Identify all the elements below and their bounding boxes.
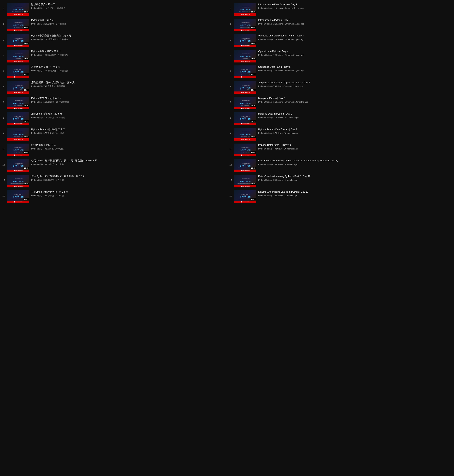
item-number: 2 bbox=[229, 19, 232, 25]
list-item[interactable]: 5DATA SCIENCEusing⊕PYTHONSequence Data P… bbox=[1, 64, 226, 80]
thumbnail-wrapper[interactable]: DATA SCIENCEusing⊕PYTHONData Visualisati… bbox=[7, 175, 29, 187]
list-item[interactable]: 12DATA SCIENCEusing⊕PYTHONData Visualisa… bbox=[228, 173, 453, 189]
item-meta: Python Coding · 3.2K views · 9 months ag… bbox=[258, 179, 452, 181]
item-number: 2 bbox=[2, 19, 5, 25]
list-item[interactable]: 7DATA SCIENCEusing⊕PYTHONNumpy in Python… bbox=[228, 95, 453, 111]
thumbnail-wrapper[interactable]: DATA SCIENCEusing⊕PYTHONPython DataFrame… bbox=[234, 128, 256, 141]
item-info: Dealing with Missing values in Python | … bbox=[258, 190, 452, 197]
thumbnail-wrapper[interactable]: DATA SCIENCEusing⊕PYTHONDay 1 - Introduc… bbox=[7, 3, 29, 16]
thumb-python-label: ⊕PYTHON bbox=[13, 24, 24, 27]
list-item[interactable]: 2DATA SCIENCEusing⊕PYTHONDay 2 Introduct… bbox=[1, 17, 226, 33]
thumbnail-wrapper[interactable]: DATA SCIENCEusing⊕PYTHONDay 1 - Introduc… bbox=[234, 3, 256, 16]
thumbnail-wrapper[interactable]: DATA SCIENCEusing⊕PYTHONSequence Data Pa… bbox=[7, 66, 29, 78]
list-item[interactable]: 8DATA SCIENCEusing⊕PYTHONReading Data - … bbox=[1, 111, 226, 126]
list-item[interactable]: 11DATA SCIENCEusing⊕PYTHONData Visualisa… bbox=[1, 158, 226, 173]
item-title: Data Visualisation using Python - Part 2… bbox=[258, 175, 452, 178]
list-item[interactable]: 11DATA SCIENCEusing⊕PYTHONData Visualisa… bbox=[228, 158, 453, 173]
thumbnail-wrapper[interactable]: DATA SCIENCEusing⊕PYTHONDay - 3 Variable… bbox=[234, 34, 256, 47]
item-info: Python 中的运算符 - 第 4 天Python编码 · 1.3K 观看次数… bbox=[31, 50, 225, 57]
thumbnail-wrapper[interactable]: DATA SCIENCEusing⊕PYTHONDay - 4 Operator… bbox=[234, 50, 256, 62]
thumbnail-wrapper[interactable]: DATA SCIENCEusing⊕PYTHONPython DataFrame… bbox=[7, 143, 29, 156]
list-item[interactable]: 10DATA SCIENCEusing⊕PYTHONPython DataFra… bbox=[228, 142, 453, 158]
item-meta: Python Coding · 763 views · Streamed 1 y… bbox=[258, 85, 452, 88]
item-number: 8 bbox=[229, 112, 232, 119]
thumbnail-wrapper[interactable]: DATA SCIENCEusing⊕PYTHONSequence Data Pa… bbox=[234, 81, 256, 94]
thumbnail-wrapper[interactable]: DATA SCIENCEusing⊕PYTHONPython DataFrame… bbox=[234, 143, 256, 156]
list-item[interactable]: 1DATA SCIENCEusing⊕PYTHONDay 1 - Introdu… bbox=[228, 1, 453, 17]
thumbnail-wrapper[interactable]: DATA SCIENCEusing⊕PYTHONData Visualisati… bbox=[7, 159, 29, 172]
thumb-python-label: ⊕PYTHON bbox=[240, 102, 251, 105]
list-item[interactable]: 7DATA SCIENCEusing⊕PYTHONNumpy in Python… bbox=[1, 95, 226, 111]
item-meta: Python编码 · 763 次观看 · 1 年前播放 bbox=[31, 85, 225, 88]
list-item[interactable]: 13DATA SCIENCEusing⊕PYTHONDealing with M… bbox=[228, 189, 453, 205]
item-title: Operators in Python - Day 4 bbox=[258, 50, 452, 53]
list-item[interactable]: 9DATA SCIENCEusing⊕PYTHONPython DataFram… bbox=[228, 126, 453, 142]
list-item[interactable]: 6DATA SCIENCEusing⊕PYTHONSequence Data P… bbox=[228, 80, 453, 95]
thumbnail-wrapper[interactable]: DATA SCIENCEusing⊕PYTHONDay - 4 Operator… bbox=[7, 50, 29, 62]
item-number: 3 bbox=[229, 34, 232, 41]
thumb-day-label: Day - 4 Operators bbox=[15, 58, 21, 59]
list-item[interactable]: 2DATA SCIENCEusing⊕PYTHONDay - 2 Introdu… bbox=[228, 17, 453, 33]
thumbnail-wrapper[interactable]: DATA SCIENCEusing⊕PYTHONDealing with Mis… bbox=[7, 190, 29, 203]
item-title: Introduction to Data Science - Day 1 bbox=[258, 3, 452, 6]
list-item[interactable]: 8DATA SCIENCEusing⊕PYTHONReading Data - … bbox=[228, 111, 453, 126]
item-title: 使用 Python 进行数据可视化 - 第 11 天 | 散点图| Matplo… bbox=[31, 159, 225, 162]
thumb-day-label: Day - 2 Introduction to Python bbox=[240, 27, 250, 28]
thumbnail-wrapper[interactable]: DATA SCIENCEusing⊕PYTHONSequence Data Pa… bbox=[234, 66, 256, 78]
item-title: Python 中的 Numpy | 第 7 天 bbox=[31, 97, 225, 100]
thumb-python-label: ⊕PYTHON bbox=[13, 134, 24, 136]
thumb-day-label: Day 1 - Introduction to Data Science bbox=[239, 11, 251, 12]
thumbnail-wrapper[interactable]: DATA SCIENCEusing⊕PYTHONSequence Data Pa… bbox=[7, 81, 29, 94]
thumb-python-label: ⊕PYTHON bbox=[13, 71, 24, 74]
thumbnail-wrapper[interactable]: DATA SCIENCEusing⊕PYTHONPython DataFrame… bbox=[7, 128, 29, 141]
item-number: 9 bbox=[229, 128, 232, 135]
thumbnail-wrapper[interactable]: DATA SCIENCEusing⊕PYTHONDealing with Mis… bbox=[234, 190, 256, 203]
thumb-python-label: ⊕PYTHON bbox=[13, 118, 24, 120]
thumbnail-wrapper[interactable]: DATA SCIENCEusing⊕PYTHONDay 2 Introducti… bbox=[7, 19, 29, 31]
thumb-day-label: Sequence Data Part 1 - Day 5 bbox=[240, 74, 250, 75]
item-title: 在 Python 中处理缺失值 | 第 13 天 bbox=[31, 190, 225, 193]
thumb-day-label: Dealing with Missing values in Python | … bbox=[11, 199, 26, 200]
thumbnail-wrapper[interactable]: DATA SCIENCEusing⊕PYTHONReading Data - D… bbox=[7, 112, 29, 125]
thumb-day-label: Python DataFrames II - Day 10 bbox=[240, 152, 250, 153]
item-meta: Python编码 · 1.3K 观看次数 · 1 年前播放 bbox=[31, 69, 225, 72]
list-item[interactable]: 3DATA SCIENCEusing⊕PYTHONDay - 3 Variabl… bbox=[228, 33, 453, 48]
item-title: Reading Data in Python - Day 8 bbox=[258, 112, 452, 115]
list-item[interactable]: 9DATA SCIENCEusing⊕PYTHONPython DataFram… bbox=[1, 126, 226, 142]
thumb-day-label: Data Visualisation using Python - Day 11 bbox=[12, 168, 25, 168]
thumbnail-wrapper[interactable]: DATA SCIENCEusing⊕PYTHONData Visualisati… bbox=[234, 159, 256, 172]
list-item[interactable]: 5DATA SCIENCEusing⊕PYTHONSequence Data P… bbox=[228, 64, 453, 80]
thumb-python-label: ⊕PYTHON bbox=[240, 118, 251, 120]
item-meta: Python Coding · 11K views · Streamed 1 y… bbox=[258, 7, 452, 10]
item-info: Data Visualisation using Python - Part 2… bbox=[258, 175, 452, 181]
thumb-day-label: Reading Data - Day 8 bbox=[15, 121, 22, 122]
item-title: Dealing with Missing values in Python | … bbox=[258, 190, 452, 193]
item-info: 序列数据第 1 部分 - 第 5 天Python编码 · 1.3K 观看次数 ·… bbox=[31, 66, 225, 72]
thumbnail-wrapper[interactable]: DATA SCIENCEusing⊕PYTHONNumpy in Python … bbox=[7, 97, 29, 109]
thumb-python-label: ⊕PYTHON bbox=[240, 134, 251, 136]
list-item[interactable]: 4DATA SCIENCEusing⊕PYTHONDay - 4 Operato… bbox=[1, 48, 226, 64]
item-number: 6 bbox=[229, 81, 232, 88]
item-meta: Python编码 · 11K 次观看 · 1 年前播放 bbox=[31, 7, 225, 10]
item-info: Variables and Datatypes in Python - Day … bbox=[258, 34, 452, 41]
list-item[interactable]: 12DATA SCIENCEusing⊕PYTHONData Visualisa… bbox=[1, 173, 226, 189]
item-number: 7 bbox=[2, 97, 5, 104]
item-meta: Python Coding · 1.3K views · Streamed 1 … bbox=[258, 54, 452, 57]
thumbnail-wrapper[interactable]: DATA SCIENCEusing⊕PYTHONData Visualisati… bbox=[234, 175, 256, 187]
item-info: Reading Data in Python - Day 8Python Cod… bbox=[258, 112, 452, 119]
list-item[interactable]: 3DATA SCIENCEusing⊕PYTHONDay 3 Variables… bbox=[1, 33, 226, 48]
item-title: Python 简介 - 第 2 天 bbox=[31, 19, 225, 22]
list-item[interactable]: 4DATA SCIENCEusing⊕PYTHONDay - 4 Operato… bbox=[228, 48, 453, 64]
thumb-python-label: ⊕PYTHON bbox=[240, 165, 251, 167]
left-column: 1DATA SCIENCEusing⊕PYTHONDay 1 - Introdu… bbox=[0, 1, 227, 205]
list-item[interactable]: 6DATA SCIENCEusing⊕PYTHONSequence Data P… bbox=[1, 80, 226, 95]
list-item[interactable]: 13DATA SCIENCEusing⊕PYTHONDealing with M… bbox=[1, 189, 226, 205]
thumbnail-wrapper[interactable]: DATA SCIENCEusing⊕PYTHONNumpy in Python … bbox=[234, 97, 256, 109]
list-item[interactable]: 1DATA SCIENCEusing⊕PYTHONDay 1 - Introdu… bbox=[1, 1, 226, 17]
thumbnail-wrapper[interactable]: DATA SCIENCEusing⊕PYTHONDay 3 Variables … bbox=[7, 34, 29, 47]
list-item[interactable]: 10DATA SCIENCEusing⊕PYTHONPython DataFra… bbox=[1, 142, 226, 158]
item-info: Operators in Python - Day 4Python Coding… bbox=[258, 50, 452, 57]
thumbnail-wrapper[interactable]: DATA SCIENCEusing⊕PYTHONDay - 2 Introduc… bbox=[234, 19, 256, 31]
item-number: 12 bbox=[229, 175, 232, 182]
thumbnail-wrapper[interactable]: DATA SCIENCEusing⊕PYTHONReading Data - D… bbox=[234, 112, 256, 125]
